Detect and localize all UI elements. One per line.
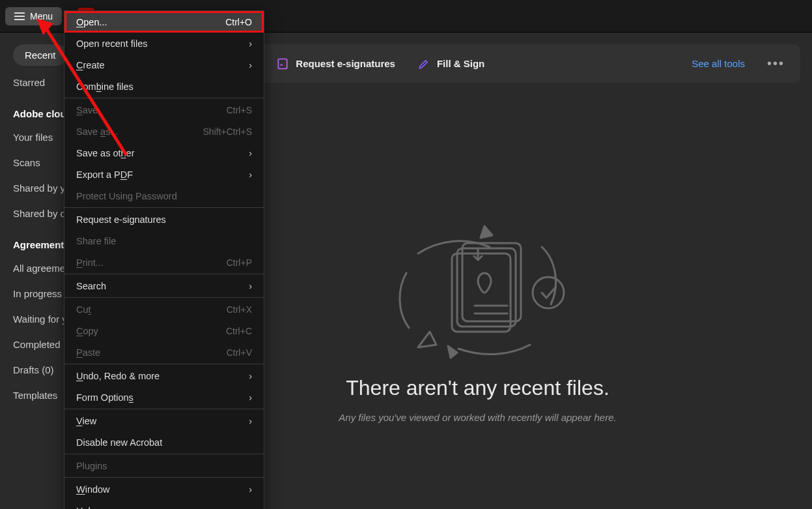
chevron-right-icon: › — [249, 148, 252, 158]
menu-item-form-options[interactable]: Form Options › — [64, 386, 264, 408]
chevron-right-icon: › — [249, 392, 252, 403]
menu-item-disable-new-acrobat[interactable]: Disable new Acrobat — [64, 431, 264, 453]
tool-fill-sign[interactable]: Fill & Sign — [417, 57, 484, 70]
menu-item-search[interactable]: Search › — [64, 275, 264, 297]
chevron-right-icon: › — [249, 169, 252, 180]
main-menu-dropdown: Open... Ctrl+O Open recent files › Creat… — [64, 10, 264, 509]
menu-item-protect-password: Protect Using Password — [64, 185, 264, 207]
chevron-right-icon: › — [249, 484, 252, 495]
menu-item-create[interactable]: Create › — [64, 54, 264, 76]
svg-point-8 — [533, 277, 564, 308]
menu-item-undo-redo[interactable]: Undo, Redo & more › — [64, 365, 264, 386]
menu-item-request-signatures[interactable]: Request e-signatures — [64, 209, 264, 230]
menu-item-combine-files[interactable]: Combine files — [64, 76, 264, 97]
svg-rect-2 — [279, 59, 287, 68]
menu-item-plugins: Plugins — [64, 455, 264, 476]
menu-item-save: Save Ctrl+S — [64, 99, 264, 121]
svg-rect-3 — [452, 254, 511, 332]
sidebar-item-recent[interactable]: Recent — [13, 44, 68, 66]
menu-item-window[interactable]: Window › — [64, 478, 264, 500]
menu-button[interactable]: Menu — [5, 7, 62, 25]
menu-item-view[interactable]: View › — [64, 410, 264, 431]
see-all-tools-link[interactable]: See all tools — [692, 58, 745, 69]
chevron-right-icon: › — [249, 506, 252, 510]
shortcut-label: Ctrl+O — [225, 17, 252, 27]
menu-item-open-recent[interactable]: Open recent files › — [64, 33, 264, 54]
menu-item-save-as: Save as... Shift+Ctrl+S — [64, 121, 264, 142]
svg-rect-4 — [457, 248, 516, 327]
chevron-right-icon: › — [249, 60, 252, 70]
chevron-right-icon: › — [249, 38, 252, 49]
empty-illustration-icon — [380, 221, 576, 364]
menu-label: Menu — [30, 11, 53, 22]
menu-item-help[interactable]: Help › — [64, 500, 264, 509]
chevron-right-icon: › — [249, 281, 252, 291]
menu-item-cut: Cut Ctrl+X — [64, 298, 264, 320]
menu-item-print: Print... Ctrl+P — [64, 252, 264, 273]
signature-icon — [276, 57, 289, 70]
menu-item-save-as-other[interactable]: Save as other › — [64, 142, 264, 164]
tool-request-label: Request e-signatures — [296, 58, 395, 69]
menu-item-export-pdf[interactable]: Export a PDF › — [64, 164, 264, 185]
menu-item-share-file: Share file — [64, 230, 264, 252]
menu-item-copy: Copy Ctrl+C — [64, 320, 264, 342]
tool-fill-label: Fill & Sign — [437, 58, 484, 69]
menu-item-open[interactable]: Open... Ctrl+O — [64, 11, 264, 33]
chevron-right-icon: › — [249, 416, 252, 426]
menu-item-paste: Paste Ctrl+V — [64, 342, 264, 363]
pen-icon — [417, 57, 430, 70]
tool-request-signatures[interactable]: Request e-signatures — [276, 57, 395, 70]
empty-subtitle: Any files you've viewed or worked with r… — [339, 412, 616, 423]
hamburger-icon — [14, 12, 25, 20]
more-tools-button[interactable]: ••• — [767, 56, 785, 71]
empty-title: There aren't any recent files. — [346, 376, 609, 400]
chevron-right-icon: › — [249, 371, 252, 381]
